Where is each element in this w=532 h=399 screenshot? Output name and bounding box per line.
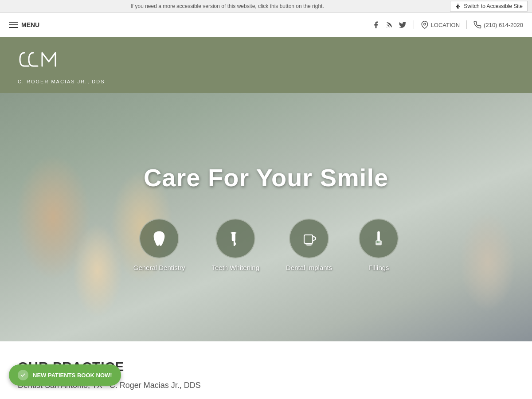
tooth-icon: [149, 229, 169, 248]
svg-rect-9: [377, 241, 378, 243]
fillings-circle: [359, 219, 399, 258]
nav-divider: [414, 20, 414, 29]
logo-symbol: [18, 46, 89, 77]
location-label: LOCATION: [431, 22, 460, 28]
fillings-icon: [369, 229, 388, 248]
svg-point-2: [423, 23, 426, 25]
book-now-button[interactable]: NEW PATIENTS BOOK NOW!: [9, 364, 121, 386]
switch-accessible-button[interactable]: Switch to Accessible Site: [450, 1, 528, 12]
nav-divider-2: [466, 20, 467, 29]
book-now-label: NEW PATIENTS BOOK NOW!: [33, 372, 112, 379]
service-fillings[interactable]: Fillings: [359, 219, 399, 271]
svg-rect-10: [379, 241, 379, 243]
whitening-icon: [226, 229, 245, 248]
nav-right: LOCATION (210) 614-2020: [372, 20, 523, 29]
svg-point-1: [387, 27, 387, 28]
hero-content: Care For Your Smile General Dentistry: [0, 93, 532, 341]
menu-toggle[interactable]: MENU: [9, 21, 39, 28]
logo-name: C. ROGER MACIAS JR., DDS: [18, 79, 105, 84]
social-links: [372, 20, 407, 29]
logo-area[interactable]: C. ROGER MACIAS JR., DDS: [18, 46, 105, 84]
accessibility-bar: If you need a more accessible version of…: [0, 0, 532, 13]
header: C. ROGER MACIAS JR., DDS: [0, 37, 532, 93]
nav-bar: MENU LOCATION (210) 614-2020: [0, 13, 532, 37]
svg-rect-11: [379, 241, 380, 243]
phone-icon: [473, 21, 481, 29]
service-teeth-whitening[interactable]: Teeth Whitening: [211, 219, 259, 271]
teeth-whitening-circle: [215, 219, 255, 258]
logo-svg: [18, 46, 89, 73]
phone-number: (210) 614-2020: [484, 22, 523, 28]
service-icons: General Dentistry Teeth Whitening: [133, 219, 399, 271]
phone-link[interactable]: (210) 614-2020: [473, 21, 523, 29]
service-dental-implants[interactable]: Dental Implants: [286, 219, 332, 271]
svg-point-0: [458, 4, 458, 4]
hero-title: Care For Your Smile: [144, 163, 388, 192]
hamburger-icon: [9, 22, 18, 28]
book-icon: [18, 370, 28, 380]
hero-section: Care For Your Smile General Dentistry: [0, 93, 532, 341]
svg-rect-8: [376, 241, 376, 243]
general-dentistry-label: General Dentistry: [133, 264, 185, 271]
svg-rect-4: [231, 232, 236, 234]
twitter-icon[interactable]: [398, 20, 407, 29]
implants-icon: [299, 229, 319, 248]
location-icon: [421, 21, 429, 29]
general-dentistry-circle: [139, 219, 179, 258]
svg-rect-5: [304, 235, 313, 243]
fillings-label: Fillings: [368, 264, 389, 271]
service-general-dentistry[interactable]: General Dentistry: [133, 219, 185, 271]
facebook-icon[interactable]: [372, 20, 380, 29]
switch-accessible-label: Switch to Accessible Site: [464, 3, 523, 9]
dental-implants-label: Dental Implants: [286, 264, 332, 271]
menu-label: MENU: [21, 21, 39, 28]
svg-rect-6: [378, 231, 380, 242]
location-link[interactable]: LOCATION: [421, 21, 460, 29]
wheelchair-icon: [455, 3, 461, 9]
accessibility-message: If you need a more accessible version of…: [4, 3, 450, 9]
dental-implants-circle: [289, 219, 329, 258]
rss-icon[interactable]: [385, 20, 394, 29]
teeth-whitening-label: Teeth Whitening: [211, 264, 259, 271]
